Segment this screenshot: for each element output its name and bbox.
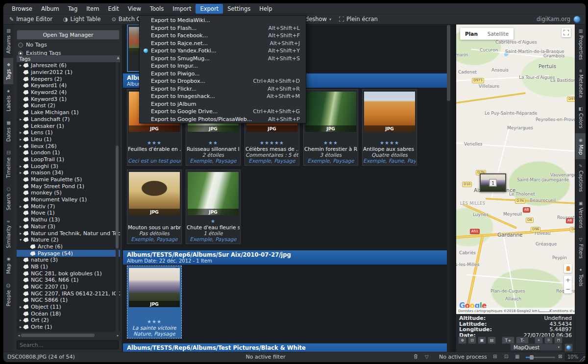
- map-thumbnail-toggle-button[interactable]: ▤: [488, 337, 496, 344]
- thumbnail-cell[interactable]: JPG ★★★ Chemin forestier à R... 3 étoile…: [303, 89, 358, 166]
- scroll-right-icon[interactable]: ▸: [116, 334, 120, 338]
- scroll-up-icon[interactable]: ▲: [117, 56, 120, 60]
- left-sidebar-tab[interactable]: Albums ▤: [3, 24, 13, 58]
- tag-tree-row[interactable]: ▸ Motiv (7): [17, 203, 120, 210]
- left-sidebar-tab[interactable]: Labels ★: [3, 84, 13, 116]
- tag-tree-row[interactable]: Lake Michigan (1): [17, 109, 120, 116]
- tag-tree-row[interactable]: ▸ Ort (2): [17, 317, 120, 324]
- export-menu-item[interactable]: Export to Google Drive... Ctrl+Alt+Shift…: [140, 108, 306, 116]
- menubar-item[interactable]: Tag: [64, 4, 82, 14]
- star-rating[interactable]: ★: [211, 218, 216, 224]
- right-sidebar-tab[interactable]: ≡ Metadata: [575, 65, 586, 102]
- menubar-item[interactable]: Settings: [223, 4, 255, 14]
- right-sidebar-tab[interactable]: ◉ Map: [575, 133, 586, 159]
- right-sidebar-tab[interactable]: ✦ Tools: [575, 263, 586, 291]
- expand-arrow-icon[interactable]: ▸: [18, 224, 23, 229]
- provider-globe-button[interactable]: [564, 343, 573, 352]
- export-menu-item[interactable]: Export to jAlbum: [140, 100, 306, 108]
- map-fullscreen-button[interactable]: [562, 28, 571, 37]
- left-sidebar-tab[interactable]: Search ○: [3, 182, 13, 215]
- menubar-item[interactable]: View: [123, 4, 146, 14]
- menubar-item[interactable]: Tools: [146, 4, 168, 14]
- tag-tree-row[interactable]: nature (3): [17, 257, 120, 264]
- expand-arrow-icon[interactable]: ▸: [18, 130, 23, 135]
- expand-arrow-icon[interactable]: ▸: [18, 325, 23, 329]
- left-sidebar-tab[interactable]: Tags ◆: [3, 58, 13, 84]
- right-sidebar-tab[interactable]: ◧ Colors: [575, 102, 586, 133]
- map-filter-mode-button[interactable]: ☼: [544, 337, 553, 344]
- no-tags-radio[interactable]: No Tags: [18, 42, 47, 48]
- map-provider-select[interactable]: MapQuest ▾: [510, 343, 562, 351]
- menubar-item[interactable]: Browse: [7, 4, 37, 14]
- tag-tree-row[interactable]: May Street Pond (1): [17, 183, 120, 190]
- tag-tree-row[interactable]: ▸ Landschaft (7): [17, 116, 120, 123]
- map-zoom-in-button[interactable]: +: [565, 278, 570, 283]
- scrollbar-thumb[interactable]: [447, 25, 450, 101]
- map-type-plan-button[interactable]: Plan: [460, 31, 483, 37]
- scrollbar-thumb[interactable]: [21, 334, 95, 337]
- expand-arrow-icon[interactable]: ▸: [18, 318, 23, 322]
- fullscreen-button[interactable]: Plein écran: [339, 16, 378, 23]
- menubar-item[interactable]: Edit: [103, 4, 123, 14]
- tag-tree-row[interactable]: ▸ Natur (3): [17, 223, 120, 230]
- tag-tree-row[interactable]: monkey (5): [17, 190, 120, 196]
- left-sidebar-tab[interactable]: Map ◉: [3, 252, 13, 278]
- thumbnail-cell[interactable]: JPG ★★★★ Antilope aux sabres i... Quatre…: [362, 89, 417, 166]
- map-canvas[interactable]: Cabrières-d'AiguesCucuronSaint-Martin-de…: [456, 24, 575, 314]
- tag-tree-row[interactable]: ▸ Orte (1): [17, 324, 120, 331]
- tag-tree-row[interactable]: NGC 2207 (1): [17, 284, 120, 291]
- light-table-button[interactable]: ◑ Light Table: [63, 16, 101, 23]
- expand-arrow-icon[interactable]: ▸: [18, 305, 23, 309]
- image-editor-button[interactable]: ✎ Image Editor: [9, 16, 52, 23]
- menubar-item[interactable]: Help: [255, 4, 276, 14]
- resize-grip[interactable]: [580, 356, 585, 361]
- tag-tree-row[interactable]: Move (1): [17, 210, 120, 217]
- expand-arrow-icon[interactable]: ▸: [18, 117, 23, 121]
- tag-tree-row[interactable]: NGC 346, N66 (1): [17, 277, 120, 284]
- export-menu-item[interactable]: Export to Rajce.net... Alt+Shift+J: [140, 40, 306, 48]
- export-menu-item[interactable]: Export to Facebook... Alt+Shift+F: [140, 32, 306, 40]
- left-sidebar-tab[interactable]: Similarity ≈: [3, 215, 13, 253]
- expand-arrow-icon[interactable]: ▸: [18, 204, 23, 209]
- tag-tree-row[interactable]: Arche (6): [17, 243, 120, 250]
- tag-tree-row[interactable]: Océan (18): [17, 310, 120, 317]
- digikam-brand[interactable]: digiKam.org: [537, 14, 581, 24]
- export-menu-item[interactable]: Export to Google Photos/PicasaWeb... Alt…: [140, 116, 306, 123]
- thumbnail-cell[interactable]: JPG Mouton sous un arbr... Pas détoiles …: [127, 170, 182, 244]
- tag-search-input[interactable]: Search...: [17, 340, 119, 349]
- tag-tree-row[interactable]: ▸ lieux (26): [17, 143, 120, 149]
- trash-icon[interactable]: [414, 354, 418, 360]
- tree-vertical-scrollbar[interactable]: [116, 62, 119, 332]
- tag-tree-row[interactable]: Nathu (13): [17, 217, 120, 223]
- star-rating[interactable]: ★★★★: [380, 140, 399, 146]
- photo-marker[interactable]: 1: [480, 173, 506, 192]
- export-menu-item[interactable]: Export to Imgur...: [140, 62, 306, 70]
- tag-tree-row[interactable]: Kunst (2): [17, 102, 120, 109]
- expand-arrow-icon[interactable]: ▸: [18, 170, 23, 175]
- menubar-item[interactable]: Import: [168, 4, 196, 14]
- expand-arrow-icon[interactable]: ▸: [18, 63, 23, 68]
- zoom-select-icon[interactable]: ▦: [515, 354, 519, 359]
- slider-knob[interactable]: [530, 355, 534, 360]
- map-lock-button[interactable]: ⊓: [554, 337, 563, 344]
- tag-tree-row[interactable]: Keyword3 (1): [17, 96, 120, 102]
- terms-link[interactable]: Conditions d'utilisation: [550, 309, 575, 313]
- tag-tree-row[interactable]: ▸ Jahreszeit (6): [17, 62, 120, 69]
- tag-tree-row[interactable]: ▸ Lieu (1): [17, 136, 120, 143]
- export-menu-item[interactable]: Export to Dropbox... Ctrl+Alt+Shift+D: [140, 77, 306, 85]
- right-sidebar-tab[interactable]: ✎ Captions: [575, 159, 586, 196]
- open-tag-manager-button[interactable]: Open Tag Manager: [17, 30, 120, 40]
- export-menu-item[interactable]: Export to Flash... Alt+Shift+L: [140, 24, 306, 32]
- thumbnail-cell-selected[interactable]: JPG ★★★ La sainte victoire Nature, Paysa…: [127, 266, 182, 339]
- zoom-slider[interactable]: [526, 357, 555, 358]
- scrollbar-thumb[interactable]: [116, 146, 119, 248]
- star-rating[interactable]: ★★★: [147, 140, 162, 146]
- menubar-item[interactable]: Export: [196, 4, 223, 14]
- tag-tree-row[interactable]: Mamie Paulette (5): [17, 176, 120, 183]
- scroll-left-icon[interactable]: ◂: [17, 334, 21, 338]
- star-rating[interactable]: ★★★★★: [260, 140, 284, 146]
- tag-tree-row[interactable]: ▸ maison (34): [17, 170, 120, 176]
- expand-arrow-icon[interactable]: ▸: [18, 164, 23, 169]
- tag-tree-row[interactable]: ▸ Object (11): [17, 304, 120, 311]
- map-zoom-out-button[interactable]: −: [565, 287, 570, 291]
